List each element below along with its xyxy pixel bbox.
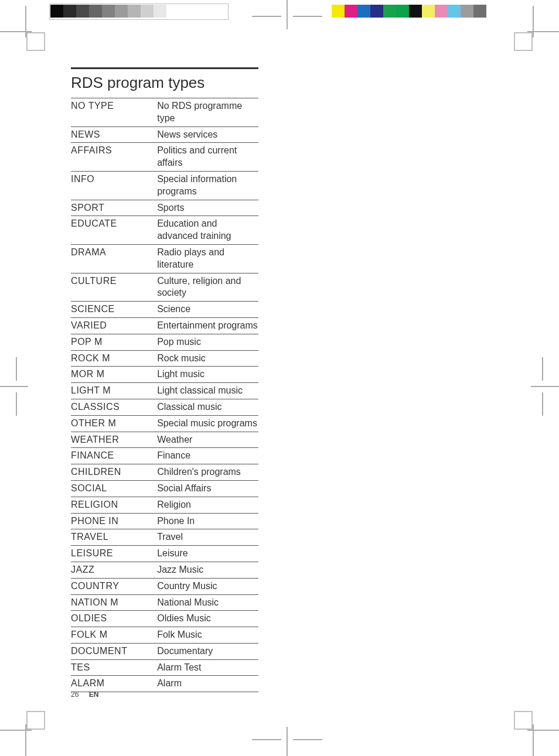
table-row: LIGHT MLight classical music [71, 383, 258, 399]
rds-code: WEATHER [71, 432, 157, 448]
color-swatch [332, 5, 345, 18]
svg-rect-8 [514, 33, 532, 50]
rds-description: Travel [157, 529, 258, 546]
rds-code: NO TYPE [71, 98, 157, 127]
table-row: VARIEDEntertainment programs [71, 317, 258, 334]
crop-mark-tl-icon [0, 6, 47, 53]
rds-code: ALARM [71, 676, 157, 692]
color-swatch [461, 5, 473, 18]
rds-code: SPORT [71, 200, 157, 216]
table-row: AFFAIRSPolitics and current affairs [71, 143, 258, 172]
rds-code: RELIGION [71, 497, 157, 513]
rds-code: CLASSICS [71, 399, 157, 415]
crop-mark-bl-icon [0, 709, 47, 756]
rds-code: PHONE IN [71, 513, 157, 529]
rds-code: AFFAIRS [71, 143, 157, 172]
rds-code: DRAMA [71, 244, 157, 273]
rds-code: ROCK M [71, 350, 157, 367]
page-number: 26 [71, 690, 79, 699]
svg-rect-23 [514, 711, 532, 729]
rds-code: FOLK M [71, 627, 157, 644]
rds-description: Light classical music [157, 383, 258, 399]
rds-code: INFO [71, 171, 157, 200]
rds-description: Politics and current affairs [157, 143, 258, 172]
table-row: PHONE INPhone In [71, 513, 258, 529]
table-row: FINANCEFinance [71, 448, 258, 464]
table-row: CHILDRENChildren's programs [71, 464, 258, 481]
table-row: DOCUMENTDocumentary [71, 643, 258, 659]
rds-description: Folk Music [157, 627, 258, 644]
rds-description: Radio plays and literature [157, 244, 258, 273]
table-row: CULTURECulture, religion and society [71, 273, 258, 302]
rds-code: NATION M [71, 594, 157, 611]
table-row: RELIGIONReligion [71, 497, 258, 513]
rds-description: Oldies Music [157, 611, 258, 627]
rds-description: No RDS programme type [157, 98, 258, 127]
rds-description: News services [157, 126, 258, 143]
rds-code: OLDIES [71, 611, 157, 627]
rds-description: Rock music [157, 350, 258, 367]
rds-description: Phone In [157, 513, 258, 529]
color-swatch [396, 5, 409, 18]
rds-description: Leisure [157, 546, 258, 562]
rds-description: Alarm Test [157, 659, 258, 676]
rds-description: Light music [157, 367, 258, 383]
crop-mark-tr-icon [512, 6, 559, 53]
rds-code: LIGHT M [71, 383, 157, 399]
rds-description: Special information programs [157, 171, 258, 200]
table-row: JAZZJazz Music [71, 562, 258, 578]
color-swatch [473, 5, 486, 18]
color-swatch [435, 5, 448, 18]
color-swatch [422, 5, 435, 18]
rds-description: Education and advanced training [157, 216, 258, 245]
content-column: RDS program types NO TYPENo RDS programm… [71, 67, 258, 692]
rds-code: CHILDREN [71, 464, 157, 481]
rds-code: OTHER M [71, 415, 157, 432]
rds-description: Special music programs [157, 415, 258, 432]
table-row: INFOSpecial information programs [71, 171, 258, 200]
rds-description: National Music [157, 594, 258, 611]
rds-description: Sports [157, 200, 258, 216]
table-row: DRAMARadio plays and literature [71, 244, 258, 273]
table-row: SPORTSports [71, 200, 258, 216]
color-swatch [409, 5, 422, 18]
rds-code: TES [71, 659, 157, 676]
table-row: NATION MNational Music [71, 594, 258, 611]
rds-description: Science [157, 302, 258, 318]
rds-description: Country Music [157, 578, 258, 594]
svg-rect-17 [27, 711, 45, 729]
table-row: POP MPop music [71, 334, 258, 350]
rds-code: CULTURE [71, 273, 157, 302]
center-bottom-register-icon [252, 721, 322, 756]
rds-description: Social Affairs [157, 480, 258, 497]
rds-description: Children's programs [157, 464, 258, 481]
color-swatch [370, 5, 383, 18]
table-row: MOR MLight music [71, 367, 258, 383]
rds-description: Classical music [157, 399, 258, 415]
table-row: NEWSNews services [71, 126, 258, 143]
color-swatch [448, 5, 461, 18]
table-row: COUNTRYCountry Music [71, 578, 258, 594]
grayscale-bar-outline [49, 4, 229, 20]
table-row: TRAVELTravel [71, 529, 258, 546]
table-row: WEATHERWeather [71, 432, 258, 448]
rds-code: LEISURE [71, 546, 157, 562]
rds-code: FINANCE [71, 448, 157, 464]
page-footer: 26 EN [71, 690, 98, 699]
center-top-register-icon [252, 0, 322, 35]
color-bar [332, 5, 486, 18]
rds-code: MOR M [71, 367, 157, 383]
rds-code: SOCIAL [71, 480, 157, 497]
rds-code: DOCUMENT [71, 643, 157, 659]
svg-rect-2 [27, 33, 45, 50]
center-left-register-icon [0, 351, 33, 422]
rds-description: Finance [157, 448, 258, 464]
color-swatch [357, 5, 370, 18]
table-row: FOLK MFolk Music [71, 627, 258, 644]
rds-code: JAZZ [71, 562, 157, 578]
rds-description: Pop music [157, 334, 258, 350]
color-swatch [383, 5, 396, 18]
table-row: LEISURELeisure [71, 546, 258, 562]
center-right-register-icon [526, 351, 559, 422]
color-swatch [345, 5, 357, 18]
